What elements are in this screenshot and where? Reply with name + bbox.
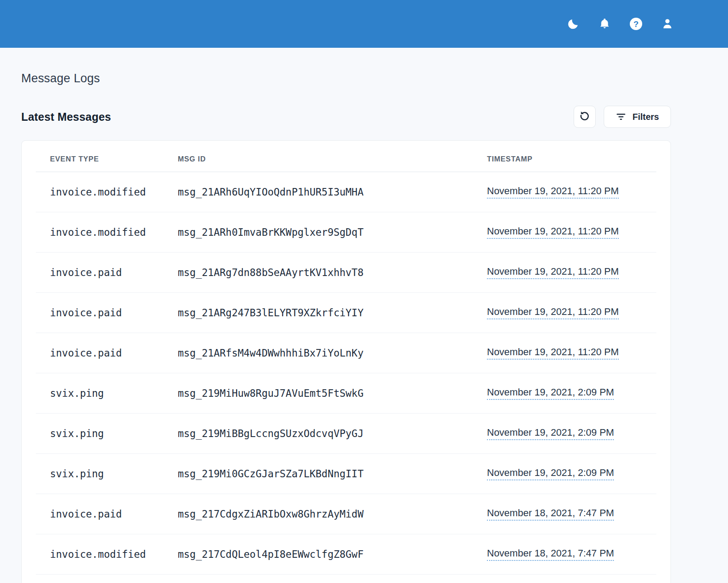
event-type-cell: invoice.modified [36, 172, 178, 212]
timestamp-link[interactable]: November 18, 2021, 7:47 PM [487, 548, 614, 561]
timestamp-link[interactable]: November 19, 2021, 11:20 PM [487, 266, 619, 279]
timestamp-link[interactable]: November 19, 2021, 11:20 PM [487, 346, 619, 360]
event-type-cell: invoice.paid [36, 293, 178, 333]
main-content: Message Logs Latest Messages [21, 72, 671, 583]
table-row: svix.ping msg_219MiBBgLccngSUzxOdcvqVPyG… [36, 414, 656, 454]
msg-id-cell: msg_21ARg7dn88bSeAAyrtKV1xhhvT8 [178, 253, 487, 293]
table-row: invoice.modified msg_217CdQLeol4pI8eEWwc… [36, 534, 656, 575]
msg-id-cell: msg_217CdQLeol4pI8eEWwclfgZ8GwF [178, 534, 487, 575]
page-title: Message Logs [21, 72, 671, 85]
msg-id-cell: msg_217CdgxZiARIbOxw8GhrzAyMidW [178, 494, 487, 534]
table-row: invoice.paid msg_21ARfsM4w4DWwhhhiBx7iYo… [36, 333, 656, 373]
filter-icon [616, 111, 626, 122]
help-glyph: ? [630, 18, 642, 30]
help-icon[interactable]: ? [629, 17, 643, 31]
top-app-bar: ? [0, 0, 728, 48]
messages-card: EVENT TYPE MSG ID TIMESTAMP invoice.modi… [21, 140, 671, 583]
event-type-cell: invoice.modified [36, 212, 178, 253]
msg-id-cell: msg_219Mi0GCzGJarSZa7LKBdNngIIT [178, 454, 487, 494]
section-title: Latest Messages [21, 111, 111, 123]
event-type-cell: svix.ping [36, 373, 178, 414]
table-row: invoice.paid msg_21ARg7dn88bSeAAyrtKV1xh… [36, 253, 656, 293]
msg-id-cell: msg_21ARh6UqYIOoQdnP1hUR5I3uMHA [178, 172, 487, 212]
table-header-row: EVENT TYPE MSG ID TIMESTAMP [36, 141, 656, 172]
column-header-timestamp: TIMESTAMP [487, 141, 656, 172]
filters-button-label: Filters [632, 112, 659, 122]
msg-id-cell: msg_219MiBBgLccngSUzxOdcvqVPyGJ [178, 414, 487, 454]
section-actions: Filters [574, 106, 671, 128]
messages-table: EVENT TYPE MSG ID TIMESTAMP invoice.modi… [36, 141, 656, 575]
timestamp-link[interactable]: November 18, 2021, 7:47 PM [487, 507, 614, 521]
event-type-cell: invoice.paid [36, 253, 178, 293]
event-type-cell: invoice.modified [36, 534, 178, 575]
refresh-button[interactable] [574, 106, 596, 128]
table-row: invoice.modified msg_21ARh0ImvaBrKKWpglx… [36, 212, 656, 253]
refresh-icon [579, 110, 590, 123]
account-icon[interactable] [661, 17, 674, 31]
msg-id-cell: msg_21ARh0ImvaBrKKWpglxer9SgDqT [178, 212, 487, 253]
column-header-msg-id: MSG ID [178, 141, 487, 172]
table-row: svix.ping msg_219MiHuw8RguJ7AVuEmt5FtSwk… [36, 373, 656, 414]
msg-id-cell: msg_21ARg247B3lELYRT9XZkrfciYIY [178, 293, 487, 333]
section-header: Latest Messages Filte [21, 106, 671, 128]
table-row: svix.ping msg_219Mi0GCzGJarSZa7LKBdNngII… [36, 454, 656, 494]
filters-button[interactable]: Filters [604, 106, 671, 128]
msg-id-cell: msg_219MiHuw8RguJ7AVuEmt5FtSwkG [178, 373, 487, 414]
table-row: invoice.modified msg_21ARh6UqYIOoQdnP1hU… [36, 172, 656, 212]
notifications-bell-icon[interactable] [598, 17, 611, 31]
timestamp-link[interactable]: November 19, 2021, 2:09 PM [487, 427, 614, 440]
table-body: invoice.modified msg_21ARh6UqYIOoQdnP1hU… [36, 172, 656, 575]
timestamp-link[interactable]: November 19, 2021, 2:09 PM [487, 467, 614, 480]
dark-mode-moon-icon[interactable] [567, 17, 580, 31]
event-type-cell: invoice.paid [36, 494, 178, 534]
msg-id-cell: msg_21ARfsM4w4DWwhhhiBx7iYoLnKy [178, 333, 487, 373]
timestamp-link[interactable]: November 19, 2021, 11:20 PM [487, 185, 619, 199]
event-type-cell: invoice.paid [36, 333, 178, 373]
event-type-cell: svix.ping [36, 454, 178, 494]
table-row: invoice.paid msg_21ARg247B3lELYRT9XZkrfc… [36, 293, 656, 333]
event-type-cell: svix.ping [36, 414, 178, 454]
table-row: invoice.paid msg_217CdgxZiARIbOxw8GhrzAy… [36, 494, 656, 534]
column-header-event-type: EVENT TYPE [36, 141, 178, 172]
timestamp-link[interactable]: November 19, 2021, 2:09 PM [487, 387, 614, 400]
timestamp-link[interactable]: November 19, 2021, 11:20 PM [487, 226, 619, 239]
timestamp-link[interactable]: November 19, 2021, 11:20 PM [487, 306, 619, 319]
